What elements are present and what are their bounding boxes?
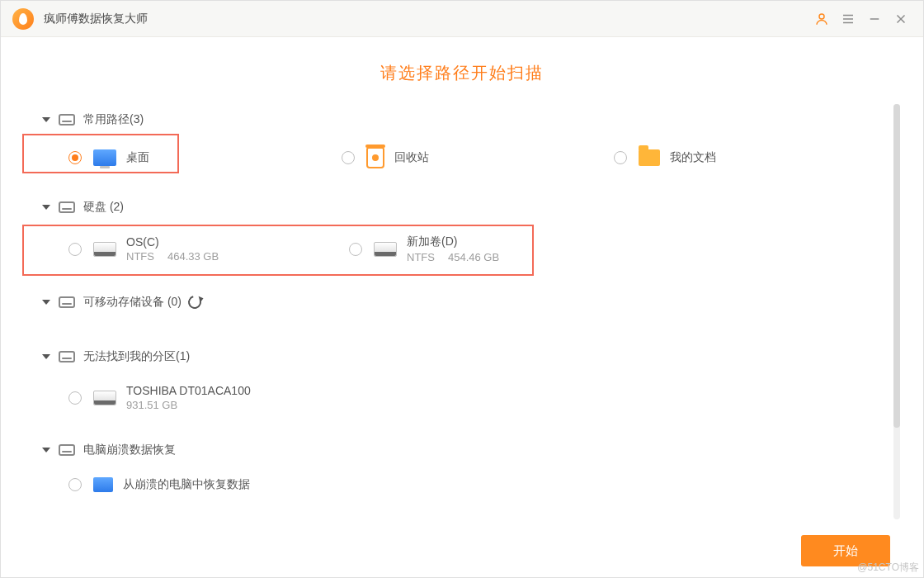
section-lost: 无法找到我的分区(1) TOSHIBA DT01ACA100 931.51 GB <box>34 341 879 429</box>
item-lost-toshiba[interactable]: TOSHIBA DT01ACA100 931.51 GB <box>60 377 259 418</box>
app-logo-icon <box>12 8 34 30</box>
drive-icon <box>59 296 75 308</box>
radio-drive-d[interactable] <box>349 243 362 256</box>
page-heading: 请选择路径开始扫描 <box>1 62 923 84</box>
hdd-icon <box>374 242 397 257</box>
item-drive-c[interactable]: OS(C) NTFS464.33 GB <box>60 228 341 270</box>
hdd-icon <box>93 242 116 257</box>
label-crash-recover: 从崩溃的电脑中恢复数据 <box>123 477 250 492</box>
close-button[interactable] <box>890 8 912 30</box>
drive-icon <box>59 351 75 362</box>
chevron-down-icon <box>42 448 50 452</box>
item-desktop[interactable]: 桌面 <box>60 140 333 175</box>
monitor-icon <box>93 149 116 166</box>
item-recycle[interactable]: 回收站 <box>333 140 606 175</box>
crash-items-row: 从崩溃的电脑中恢复数据 <box>34 466 879 502</box>
trash-icon <box>366 147 384 168</box>
watermark: @51CTO博客 <box>857 561 919 575</box>
content-area: 常用路径(3) 桌面 回收站 <box>1 99 923 524</box>
minimize-button[interactable] <box>864 8 885 30</box>
label-desktop: 桌面 <box>126 150 149 165</box>
monitor-icon <box>93 477 113 492</box>
drive-icon <box>59 444 75 456</box>
sub-drive-c: NTFS464.33 GB <box>126 250 219 263</box>
label-drive-d: 新加卷(D) <box>407 235 499 249</box>
chevron-down-icon <box>42 205 50 210</box>
radio-documents[interactable] <box>614 151 627 164</box>
section-disks: 硬盘 (2) OS(C) NTFS464.33 GB <box>34 192 879 282</box>
refresh-icon[interactable] <box>186 293 204 311</box>
chevron-down-icon <box>42 117 50 122</box>
section-crash: 电脑崩溃数据恢复 从崩溃的电脑中恢复数据 <box>34 434 879 502</box>
sub-drive-d: NTFS454.46 GB <box>407 251 499 263</box>
label-recycle: 回收站 <box>394 150 429 165</box>
section-title-crash: 电脑崩溃数据恢复 <box>83 443 176 457</box>
footer: 开始 <box>1 524 923 577</box>
chevron-down-icon <box>42 354 50 359</box>
svg-point-0 <box>819 14 824 19</box>
section-header-crash[interactable]: 电脑崩溃数据恢复 <box>34 434 879 466</box>
section-title-removable: 可移动存储设备 (0) <box>83 295 182 310</box>
section-title-common: 常用路径(3) <box>83 112 144 127</box>
radio-desktop[interactable] <box>68 151 82 164</box>
folder-icon <box>639 149 660 166</box>
chevron-down-icon <box>42 300 50 305</box>
section-title-lost: 无法找到我的分区(1) <box>83 349 190 364</box>
radio-recycle[interactable] <box>342 151 355 164</box>
section-header-common[interactable]: 常用路径(3) <box>34 104 879 135</box>
radio-crash-recover[interactable] <box>68 478 82 491</box>
section-removable: 可移动存储设备 (0) <box>34 287 879 318</box>
drive-icon <box>59 201 75 213</box>
sub-lost-toshiba: 931.51 GB <box>126 399 251 411</box>
disks-items-row: OS(C) NTFS464.33 GB 新加卷(D) NTFS454. <box>34 223 879 282</box>
item-drive-d[interactable]: 新加卷(D) NTFS454.46 GB <box>341 228 621 270</box>
label-drive-c: OS(C) <box>126 235 219 249</box>
hdd-icon <box>93 391 116 405</box>
item-documents[interactable]: 我的文档 <box>606 140 879 175</box>
menu-icon[interactable] <box>837 8 859 30</box>
app-window: 疯师傅数据恢复大师 请选择路径开始扫描 常用路径(3) <box>0 0 924 578</box>
app-title: 疯师傅数据恢复大师 <box>44 12 148 26</box>
section-common: 常用路径(3) 桌面 回收站 <box>34 104 879 187</box>
titlebar: 疯师傅数据恢复大师 <box>1 1 923 37</box>
section-header-removable[interactable]: 可移动存储设备 (0) <box>34 287 879 318</box>
radio-drive-c[interactable] <box>68 243 82 256</box>
drive-icon <box>59 114 75 126</box>
common-items-row: 桌面 回收站 我的文档 <box>34 135 879 187</box>
lost-items-row: TOSHIBA DT01ACA100 931.51 GB <box>34 372 879 429</box>
page-header: 请选择路径开始扫描 <box>1 37 923 99</box>
label-lost-toshiba: TOSHIBA DT01ACA100 <box>126 384 251 397</box>
scrollbar[interactable] <box>893 104 900 519</box>
label-documents: 我的文档 <box>670 150 716 165</box>
section-header-lost[interactable]: 无法找到我的分区(1) <box>34 341 879 372</box>
item-crash-recover[interactable]: 从崩溃的电脑中恢复数据 <box>60 471 258 499</box>
user-icon[interactable] <box>811 8 832 30</box>
section-header-disks[interactable]: 硬盘 (2) <box>34 192 879 223</box>
scrollbar-thumb[interactable] <box>893 104 900 428</box>
radio-lost-toshiba[interactable] <box>68 391 82 405</box>
section-title-disks: 硬盘 (2) <box>83 200 124 215</box>
